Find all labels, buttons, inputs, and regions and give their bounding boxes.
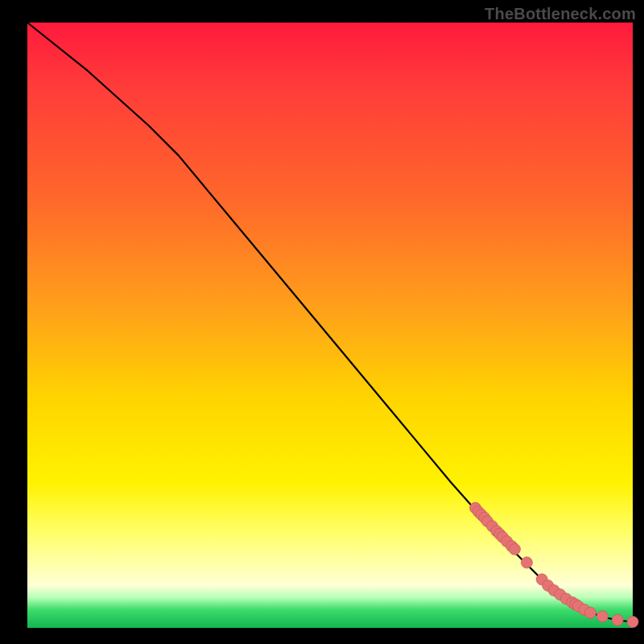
- chart-overlay: [27, 23, 633, 628]
- attribution-label: TheBottleneck.com: [485, 5, 636, 23]
- data-point: [627, 617, 638, 628]
- bottleneck-curve: [27, 23, 633, 622]
- data-points: [470, 502, 639, 627]
- data-point: [584, 607, 596, 618]
- data-point: [597, 611, 608, 622]
- data-point: [509, 543, 520, 555]
- data-point: [612, 614, 623, 625]
- data-point: [521, 557, 532, 568]
- chart-stage: TheBottleneck.com: [0, 0, 644, 644]
